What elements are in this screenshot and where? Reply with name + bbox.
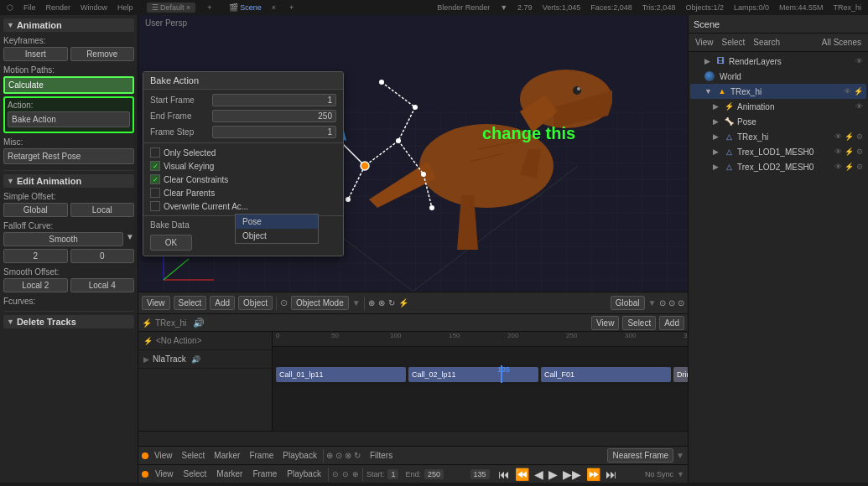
object-option[interactable]: Object xyxy=(236,229,318,243)
timeline-select[interactable]: Select xyxy=(179,450,209,461)
anim-eye[interactable]: 👁 xyxy=(855,102,863,111)
play-btn-main[interactable]: ▶ xyxy=(547,468,559,481)
clear-constraints-check[interactable]: ✓ xyxy=(150,174,160,184)
clear-parents-check[interactable] xyxy=(150,188,160,198)
global-button[interactable]: Global xyxy=(3,203,68,217)
prev-frame[interactable]: ⏪ xyxy=(513,468,531,481)
clip-callf01[interactable]: Call_F01 xyxy=(541,367,671,382)
viewport-icon-3[interactable]: ↻ xyxy=(388,298,395,308)
current-frame-value[interactable]: 135 xyxy=(470,469,490,479)
insert-button[interactable]: Insert xyxy=(3,47,68,61)
viewport-icon-4[interactable]: ⚡ xyxy=(398,298,408,308)
next-keyframe[interactable]: ▶▶ xyxy=(561,468,583,481)
no-action-track-area[interactable] xyxy=(273,347,688,365)
bottom-view[interactable]: View xyxy=(152,468,177,479)
mode-arrow[interactable]: ▼ xyxy=(352,298,361,308)
frame-step-input[interactable] xyxy=(212,126,336,138)
global-selector[interactable]: Global xyxy=(611,296,645,310)
outliner-trexhi[interactable]: ▼ ▲ TRex_hi 👁 ⚡ xyxy=(690,84,866,99)
trexmesh-render[interactable]: ⚡ xyxy=(845,132,854,141)
bottom-icon-2[interactable]: ⊙ xyxy=(342,470,349,478)
viewport-icon-2[interactable]: ⊗ xyxy=(378,298,385,308)
menu-render[interactable]: Render xyxy=(46,3,71,12)
start-value[interactable]: 1 xyxy=(387,469,398,479)
menu-help[interactable]: Help xyxy=(117,3,133,12)
lod2-eye[interactable]: 👁 xyxy=(834,163,842,171)
bottom-icon-3[interactable]: ⊕ xyxy=(352,470,359,478)
clip-call01[interactable]: Call_01_lp11 xyxy=(276,367,406,382)
timeline-marker[interactable]: Marker xyxy=(211,450,243,461)
add-layout[interactable]: + xyxy=(207,3,211,12)
start-frame-input[interactable] xyxy=(212,94,336,106)
tc-icon-4[interactable]: ↻ xyxy=(354,451,361,460)
outliner-lod2[interactable]: ▶ △ Trex_LOD2_MESH0 👁 ⚡ ⚙ xyxy=(690,159,866,174)
smooth-button[interactable]: Smooth xyxy=(3,232,123,246)
clip-drinkd01[interactable]: Drink_ed01 xyxy=(673,367,688,382)
nearest-frame-arrow[interactable]: ▼ xyxy=(676,451,684,460)
nla-view[interactable]: View xyxy=(591,316,620,330)
bottom-icon-1[interactable]: ⊙ xyxy=(332,470,339,478)
rp-all-scenes[interactable]: All Scenes xyxy=(819,37,865,48)
overwrite-check[interactable] xyxy=(150,201,160,211)
clip-call02[interactable]: Call_02_lp11 xyxy=(408,367,538,382)
nearest-frame-btn[interactable]: Nearest Frame xyxy=(607,448,673,463)
outliner-trexhi-mesh[interactable]: ▶ △ TRex_hi 👁 ⚡ ⚙ xyxy=(690,129,866,144)
lod2-extra[interactable]: ⚙ xyxy=(856,163,863,171)
bottom-marker[interactable]: Marker xyxy=(213,468,246,479)
next-frame[interactable]: ⏩ xyxy=(585,468,602,481)
no-sync-arrow[interactable]: ▼ xyxy=(677,470,684,478)
bottom-select[interactable]: Select xyxy=(180,468,211,479)
tc-icon-1[interactable]: ⊕ xyxy=(326,451,333,460)
bake-action-button[interactable]: Bake Action xyxy=(8,111,130,127)
nla-add[interactable]: Add xyxy=(659,316,684,330)
rp-select[interactable]: Select xyxy=(719,37,749,48)
end-value[interactable]: 250 xyxy=(424,469,444,479)
tc-icon-2[interactable]: ⊙ xyxy=(335,451,342,460)
outliner-pose[interactable]: ▶ 🦴 Pose xyxy=(690,114,866,129)
animation-section-header[interactable]: ▼ Animation xyxy=(3,18,134,32)
mode-selector[interactable]: Object Mode xyxy=(291,296,349,310)
outliner-renderlayers[interactable]: ▶ 🎞 RenderLayers 👁 xyxy=(690,54,866,69)
pose-option[interactable]: Pose xyxy=(236,215,318,229)
falloff-arrow[interactable]: ▼ xyxy=(126,232,134,246)
scene-tab-close[interactable]: × xyxy=(272,3,276,12)
timeline-frame-btn[interactable]: Frame xyxy=(246,450,277,461)
nla-tracks-area[interactable]: 0 50 100 150 200 250 300 350 400 xyxy=(273,332,688,431)
rp-view[interactable]: View xyxy=(692,37,717,48)
global-arrow[interactable]: ▼ xyxy=(648,298,657,308)
retarget-button[interactable]: Retarget Rest Pose xyxy=(3,148,134,164)
renderlayers-eye[interactable]: 👁 xyxy=(855,57,863,65)
only-selected-check[interactable] xyxy=(150,147,160,158)
trex-render[interactable]: ⚡ xyxy=(854,87,863,96)
trex-eye[interactable]: 👁 xyxy=(844,87,851,96)
menu-file[interactable]: File xyxy=(23,3,36,12)
val1[interactable]: 2 xyxy=(3,249,68,263)
visual-keying-check[interactable]: ✓ xyxy=(150,161,160,171)
rp-search[interactable]: Search xyxy=(750,37,783,48)
local4-button[interactable]: Local 4 xyxy=(70,278,135,292)
outliner-animation[interactable]: ▶ ⚡ Animation 👁 xyxy=(690,99,866,114)
val2[interactable]: 0 xyxy=(70,249,135,263)
add-menu[interactable]: Add xyxy=(210,296,235,310)
filters-btn[interactable]: Filters xyxy=(366,450,396,461)
menu-window[interactable]: Window xyxy=(81,3,107,12)
local2-button[interactable]: Local 2 xyxy=(3,278,68,292)
select-menu[interactable]: Select xyxy=(174,296,207,310)
local-button[interactable]: Local xyxy=(70,203,135,217)
calculate-button[interactable]: Calculate xyxy=(3,76,134,94)
nla-clips-track[interactable]: Call_01_lp11 Call_02_lp11 Call_F01 Drink… xyxy=(273,365,688,384)
engine-dropdown[interactable]: ▼ xyxy=(500,3,507,12)
bottom-playback[interactable]: Playback xyxy=(283,468,325,479)
lod1-render[interactable]: ⚡ xyxy=(845,147,854,156)
scene-tab[interactable]: 🎬 Scene xyxy=(229,3,262,12)
view-menu[interactable]: View xyxy=(142,296,170,310)
jump-start[interactable]: ⏮ xyxy=(496,468,512,481)
viewport-icon-1[interactable]: ⊕ xyxy=(368,298,375,308)
remove-button[interactable]: Remove xyxy=(70,47,135,61)
trexmesh-extra[interactable]: ⚙ xyxy=(856,132,863,141)
lod1-extra[interactable]: ⚙ xyxy=(856,147,863,156)
nla-mute-icon[interactable]: 🔊 xyxy=(191,355,200,364)
trexmesh-eye[interactable]: 👁 xyxy=(834,132,842,141)
jump-end[interactable]: ⏭ xyxy=(604,468,619,481)
nla-select[interactable]: Select xyxy=(622,316,656,330)
